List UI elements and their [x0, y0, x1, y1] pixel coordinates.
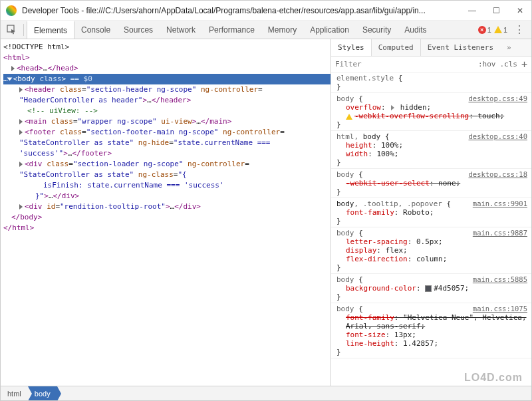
elements-panel[interactable]: <!DOCTYPE html> <html> <head>…</head> …<…: [1, 39, 331, 386]
devtools-tabs: Elements Console Sources Network Perform…: [27, 21, 434, 39]
dom-html-open[interactable]: <html>: [3, 53, 331, 63]
minimize-button[interactable]: —: [466, 5, 478, 17]
css-rule[interactable]: desktop.css:18body {-webkit-user-select:…: [331, 169, 531, 198]
cls-toggle[interactable]: .cls: [499, 60, 517, 68]
rule-source-link[interactable]: desktop.css:49: [468, 94, 527, 102]
dom-header[interactable]: <header class="section-header ng-scope" …: [3, 84, 331, 95]
dom-div-tooltip[interactable]: <div id="rendition-tooltip-root">…</div>: [3, 201, 331, 212]
tab-elements[interactable]: Elements: [27, 21, 74, 39]
crumb-body[interactable]: body: [28, 386, 57, 400]
toolbar: Elements Console Sources Network Perform…: [1, 21, 531, 39]
dom-html-close[interactable]: </html>: [3, 223, 331, 233]
new-style-rule-icon[interactable]: +: [521, 59, 527, 70]
tab-audits[interactable]: Audits: [398, 21, 433, 39]
error-count[interactable]: ×1: [478, 26, 491, 34]
close-button[interactable]: ✕: [514, 5, 526, 17]
rule-source-link[interactable]: main.css:9887: [473, 229, 527, 237]
hov-toggle[interactable]: :hov: [478, 60, 496, 68]
dom-uiview-comment[interactable]: <!-- uiView: -->: [3, 106, 331, 116]
css-rule[interactable]: main.css:1075body {font-family: "Helveti…: [331, 303, 531, 358]
dom-head[interactable]: <head>…</head>: [3, 63, 331, 74]
maximize-button[interactable]: ☐: [490, 5, 502, 17]
warning-icon: [494, 26, 502, 33]
dom-body-close[interactable]: </body>: [3, 212, 331, 223]
styles-filter-bar: :hov .cls +: [331, 57, 531, 72]
expand-icon[interactable]: [391, 105, 394, 110]
css-rule[interactable]: desktop.css:49body {overflow: hidden;-we…: [331, 93, 531, 131]
styletab-computed[interactable]: Computed: [372, 39, 420, 56]
styletab-eventlisteners[interactable]: Event Listeners: [420, 39, 500, 56]
error-icon: ×: [478, 26, 486, 34]
dom-main[interactable]: <main class="wrapper ng-scope" ui-view>……: [3, 116, 331, 127]
css-rule[interactable]: element.style {}: [331, 72, 531, 93]
rule-source-link[interactable]: desktop.css:18: [468, 170, 527, 178]
tab-performance[interactable]: Performance: [202, 21, 261, 39]
dom-footer[interactable]: <footer class="section-footer-main ng-sc…: [3, 127, 331, 138]
inspect-icon[interactable]: [3, 22, 19, 38]
tab-security[interactable]: Security: [356, 21, 398, 39]
styles-rules[interactable]: element.style {}desktop.css:49body {over…: [331, 72, 531, 386]
devtools-icon: [6, 5, 17, 16]
css-rule[interactable]: main.css:5885body {background-color: #4d…: [331, 274, 531, 303]
rule-source-link[interactable]: main.css:9901: [473, 200, 527, 207]
more-menu-icon[interactable]: ⋮: [510, 23, 529, 36]
more-styletabs-icon[interactable]: »: [503, 43, 515, 52]
css-rule[interactable]: main.css:9901body, .tooltip, .popover {f…: [331, 198, 531, 227]
css-rule[interactable]: desktop.css:40html, body {height: 100%;w…: [331, 131, 531, 169]
titlebar[interactable]: Developer Tools - file:///C:/Users/ahorn…: [1, 1, 531, 21]
warning-icon: [346, 114, 352, 120]
rule-source-link[interactable]: main.css:1075: [473, 305, 527, 313]
styletab-styles[interactable]: Styles: [331, 39, 372, 56]
styles-filter-input[interactable]: [335, 60, 474, 68]
crumb-html[interactable]: html: [1, 386, 28, 400]
styles-panel: Styles Computed Event Listeners » :hov .…: [331, 39, 531, 386]
tab-console[interactable]: Console: [74, 21, 117, 39]
warning-count[interactable]: 1: [494, 26, 507, 34]
window-title: Developer Tools - file:///C:/Users/ahorn…: [22, 6, 461, 15]
dom-body-selected[interactable]: …<body class> == $0: [3, 74, 331, 84]
styles-tabs: Styles Computed Event Listeners »: [331, 39, 531, 57]
css-rule[interactable]: main.css:9887body {letter-spacing: 0.5px…: [331, 227, 531, 274]
tab-network[interactable]: Network: [160, 21, 202, 39]
rule-source-link[interactable]: desktop.css:40: [468, 132, 527, 140]
dom-div-loader[interactable]: <div class="section-loader ng-scope" ng-…: [3, 159, 331, 170]
rule-source-link[interactable]: main.css:5885: [473, 275, 527, 283]
tab-sources[interactable]: Sources: [117, 21, 160, 39]
breadcrumb: html body: [1, 386, 531, 400]
tab-application[interactable]: Application: [303, 21, 356, 39]
dom-doctype[interactable]: <!DOCTYPE html>: [3, 42, 331, 53]
tab-memory[interactable]: Memory: [261, 21, 303, 39]
